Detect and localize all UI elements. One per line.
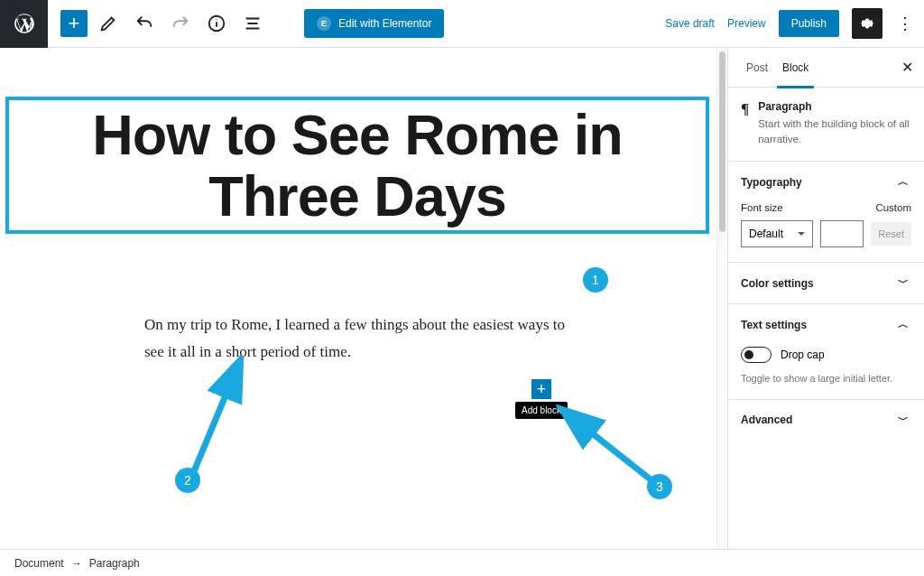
info-button[interactable] (201, 8, 232, 39)
chevron-up-icon: ︿ (895, 174, 911, 190)
preview-button[interactable]: Preview (727, 17, 766, 30)
sidebar-close-button[interactable]: ✕ (901, 59, 913, 76)
redo-icon (171, 14, 190, 33)
drop-cap-label: Drop cap (781, 348, 825, 361)
font-size-label: Font size (741, 202, 783, 213)
scrollbar-thumb[interactable] (719, 51, 725, 232)
paragraph-icon: ¶ (741, 100, 749, 146)
paragraph-block[interactable]: On my trip to Rome, I learned a few thin… (144, 311, 568, 367)
edit-mode-button[interactable] (93, 8, 124, 39)
pencil-icon (98, 14, 118, 33)
publish-button[interactable]: Publish (779, 10, 839, 37)
tab-post[interactable]: Post (739, 48, 775, 88)
chevron-up-icon: ︿ (895, 317, 911, 332)
breadcrumb-current[interactable]: Paragraph (89, 557, 140, 570)
post-title-text[interactable]: How to See Rome in Three Days (14, 104, 700, 227)
save-draft-button[interactable]: Save draft (665, 17, 715, 30)
svg-line-2 (565, 412, 651, 480)
wordpress-logo[interactable] (0, 0, 48, 48)
settings-button[interactable] (852, 8, 882, 39)
workspace: How to See Rome in Three Days On my trip… (0, 48, 924, 549)
chevron-down-icon: ﹀ (895, 275, 911, 291)
block-description: Start with the building block of all nar… (758, 116, 911, 146)
typography-header-label: Typography (741, 176, 802, 189)
breadcrumb-root[interactable]: Document (14, 557, 64, 570)
outline-button[interactable] (237, 8, 268, 39)
outline-icon (243, 14, 263, 33)
breadcrumb-separator-icon: → (71, 557, 82, 570)
typography-panel: Typography ︿ Font size Custom Default Re… (728, 161, 924, 262)
add-block-button[interactable]: + (531, 379, 551, 399)
breadcrumb: Document → Paragraph (0, 549, 924, 576)
annotation-badge-2: 2 (175, 468, 200, 493)
block-name-label: Paragraph (758, 100, 911, 113)
redo-button[interactable] (165, 8, 196, 39)
undo-button[interactable] (129, 8, 160, 39)
annotation-arrow-2 (185, 356, 257, 482)
svg-line-1 (194, 363, 239, 471)
chevron-down-icon: ﹀ (895, 413, 911, 428)
annotation-badge-1: 1 (583, 267, 608, 293)
elementor-label: Edit with Elementor (338, 17, 431, 30)
color-settings-label: Color settings (741, 277, 814, 290)
undo-icon (134, 14, 154, 33)
text-settings-panel-toggle[interactable]: Text settings ︿ (728, 304, 924, 345)
add-block-inserter: + Add block (515, 379, 568, 419)
top-toolbar: + E Edit with Elementor Save draft Previ… (0, 0, 924, 48)
block-identity: ¶ Paragraph Start with the building bloc… (728, 88, 924, 161)
info-icon (207, 14, 226, 33)
sidebar-tabs: Post Block ✕ (728, 48, 924, 88)
font-size-value: Default (749, 228, 783, 240)
custom-label: Custom (875, 202, 911, 213)
add-block-toolbar-button[interactable]: + (60, 10, 88, 37)
post-title-block[interactable]: How to See Rome in Three Days (5, 97, 709, 234)
custom-font-size-input[interactable] (820, 220, 864, 247)
annotation-arrow-3 (554, 404, 662, 490)
wordpress-icon (13, 12, 36, 35)
font-size-select[interactable]: Default (741, 220, 813, 247)
advanced-label: Advanced (741, 413, 792, 426)
reset-font-size-button[interactable]: Reset (871, 222, 911, 246)
text-settings-panel: Text settings ︿ Drop cap Toggle to show … (728, 303, 924, 398)
elementor-badge-icon: E (317, 16, 331, 31)
text-settings-label: Text settings (741, 319, 807, 331)
editor-canvas[interactable]: How to See Rome in Three Days On my trip… (0, 48, 727, 549)
more-options-button[interactable]: ⋮ (895, 14, 915, 33)
canvas-scrollbar[interactable] (716, 48, 727, 549)
settings-sidebar: Post Block ✕ ¶ Paragraph Start with the … (727, 48, 924, 549)
color-settings-panel: Color settings ﹀ (728, 262, 924, 303)
toolbar-right-group: Save draft Preview Publish ⋮ (665, 8, 924, 39)
color-settings-panel-toggle[interactable]: Color settings ﹀ (728, 263, 924, 303)
advanced-panel: Advanced ﹀ (728, 399, 924, 441)
advanced-panel-toggle[interactable]: Advanced ﹀ (728, 400, 924, 441)
add-block-tooltip: Add block (515, 402, 568, 419)
drop-cap-toggle[interactable] (741, 347, 772, 363)
drop-cap-help: Toggle to show a large initial letter. (728, 372, 924, 398)
typography-panel-toggle[interactable]: Typography ︿ (728, 162, 924, 202)
gear-icon (858, 14, 876, 33)
toolbar-left-group: + E Edit with Elementor (48, 8, 444, 39)
tab-block[interactable]: Block (775, 48, 816, 88)
edit-with-elementor-button[interactable]: E Edit with Elementor (304, 9, 444, 38)
annotation-badge-3: 3 (647, 474, 672, 499)
